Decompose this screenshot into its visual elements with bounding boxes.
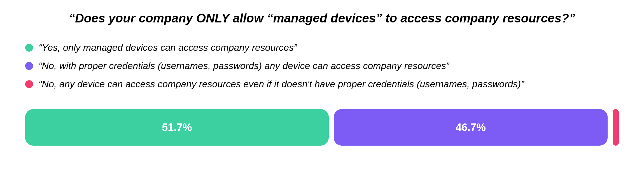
- legend-item-0: “Yes, only managed devices can access co…: [25, 42, 619, 53]
- stacked-bar: 51.7% 46.7%: [25, 109, 619, 146]
- chart-title: “Does your company ONLY allow “managed d…: [25, 11, 619, 25]
- legend-label-1: “No, with proper credentials (usernames,…: [39, 60, 449, 71]
- legend: “Yes, only managed devices can access co…: [25, 42, 619, 90]
- legend-label-2: “No, any device can access company resou…: [39, 79, 524, 90]
- legend-dot-1: [25, 62, 33, 70]
- bar-segment-1: 46.7%: [334, 109, 608, 146]
- bar-segment-2: [613, 109, 619, 146]
- legend-dot-0: [25, 44, 33, 52]
- legend-item-2: “No, any device can access company resou…: [25, 79, 619, 90]
- legend-item-1: “No, with proper credentials (usernames,…: [25, 60, 619, 71]
- legend-label-0: “Yes, only managed devices can access co…: [39, 42, 297, 53]
- bar-segment-0: 51.7%: [25, 109, 329, 146]
- legend-dot-2: [25, 80, 33, 88]
